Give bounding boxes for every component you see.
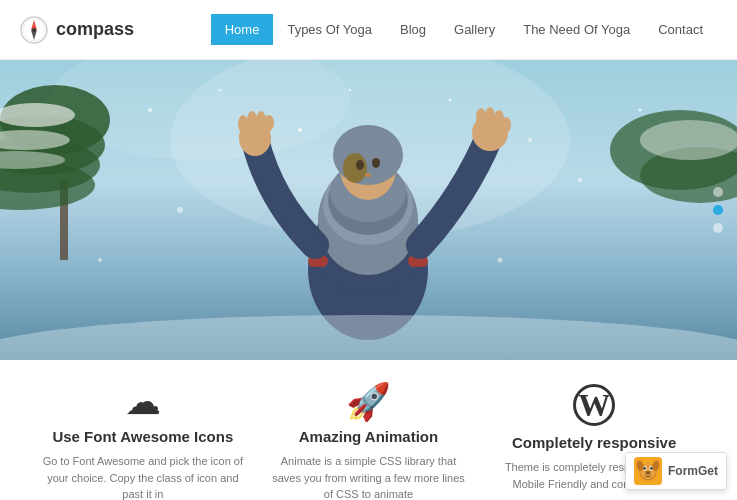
feature-1-title: Use Font Awesome Icons (52, 428, 233, 445)
svg-point-27 (343, 153, 367, 183)
logo-text: compass (56, 19, 134, 40)
svg-point-33 (247, 111, 257, 129)
formget-badge[interactable]: FormGet (625, 452, 727, 490)
svg-point-45 (528, 138, 532, 142)
slider-dot-2[interactable] (713, 205, 723, 215)
hero-section (0, 60, 737, 360)
feature-2-title: Amazing Animation (299, 428, 438, 445)
slider-dot-3[interactable] (713, 223, 723, 233)
svg-point-50 (498, 258, 503, 263)
header: compass Home Types Of Yoga Blog Gallery … (0, 0, 737, 60)
svg-point-30 (365, 173, 371, 177)
feature-3-title: Completely responsive (512, 434, 676, 451)
feature-2-desc: Animate is a simple CSS library that sav… (267, 453, 470, 500)
svg-point-32 (238, 115, 248, 133)
svg-point-40 (476, 108, 486, 126)
svg-point-46 (177, 207, 183, 213)
wordpress-icon: W (573, 384, 615, 426)
svg-point-60 (645, 471, 650, 475)
nav-item-blog[interactable]: Blog (386, 14, 440, 45)
svg-point-29 (372, 158, 380, 168)
svg-point-16 (640, 120, 737, 160)
cloud-icon: ☁ (125, 384, 161, 420)
svg-point-44 (449, 99, 452, 102)
svg-point-42 (219, 89, 222, 92)
formget-label: FormGet (668, 464, 718, 478)
svg-point-43 (298, 128, 302, 132)
svg-point-37 (485, 107, 495, 125)
feature-2: 🚀 Amazing Animation Animate is a simple … (267, 384, 470, 500)
slider-dot-1[interactable] (713, 187, 723, 197)
feature-1-desc: Go to Font Awesome and pick the icon of … (41, 453, 244, 500)
slider-dots (713, 187, 723, 233)
nav-item-contact[interactable]: Contact (644, 14, 717, 45)
svg-point-39 (501, 117, 511, 133)
svg-point-2 (32, 28, 36, 32)
hero-svg (0, 60, 737, 360)
svg-point-51 (349, 89, 352, 92)
formget-avatar-icon (634, 457, 662, 485)
svg-point-49 (98, 258, 102, 262)
svg-point-28 (356, 160, 364, 170)
rocket-icon: 🚀 (346, 384, 391, 420)
nav-item-types[interactable]: Types Of Yoga (273, 14, 386, 45)
nav-item-need[interactable]: The Need Of Yoga (509, 14, 644, 45)
nav-item-gallery[interactable]: Gallery (440, 14, 509, 45)
logo-area: compass (20, 16, 134, 44)
svg-point-47 (578, 178, 582, 182)
feature-1: ☁ Use Font Awesome Icons Go to Font Awes… (41, 384, 244, 500)
logo-icon (20, 16, 48, 44)
main-nav: Home Types Of Yoga Blog Gallery The Need… (211, 14, 717, 45)
svg-point-41 (148, 108, 152, 112)
svg-point-35 (264, 115, 274, 131)
svg-point-48 (639, 109, 642, 112)
nav-item-home[interactable]: Home (211, 14, 274, 45)
